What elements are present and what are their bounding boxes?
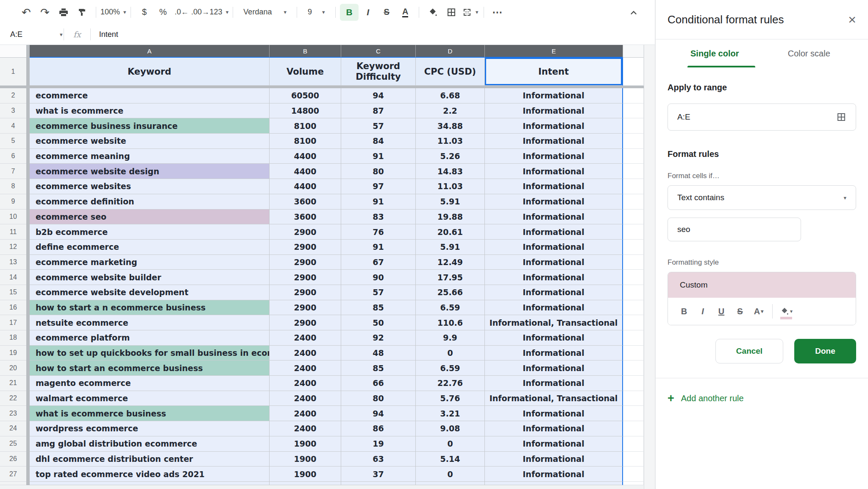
cell-kd[interactable]: 87	[341, 103, 416, 119]
cell-kd[interactable]: 80	[341, 391, 416, 406]
row-number[interactable]: 7	[0, 164, 26, 179]
cell-empty[interactable]	[623, 224, 644, 240]
cell-volume[interactable]: 2900	[270, 255, 341, 270]
cell-cpc[interactable]: 11.03	[416, 179, 485, 194]
cell-empty[interactable]	[623, 360, 644, 376]
cell-volume[interactable]: 2900	[270, 224, 341, 240]
cell-keyword[interactable]: magento ecommerce	[30, 376, 270, 391]
cell-intent[interactable]: Informational	[485, 194, 623, 210]
cell-intent[interactable]: Informational, Transactional	[485, 315, 623, 330]
cell-empty[interactable]	[623, 58, 644, 86]
cell-kd[interactable]: 85	[341, 360, 416, 376]
row-number[interactable]: 13	[0, 255, 26, 270]
cell-empty[interactable]	[623, 164, 644, 179]
cell-keyword[interactable]: b2b ecommerce	[30, 224, 270, 240]
cell-empty[interactable]	[623, 376, 644, 391]
style-bold-button[interactable]: B	[675, 302, 693, 321]
cell-intent[interactable]: Informational	[485, 360, 623, 376]
cell-empty[interactable]	[623, 194, 644, 210]
cell-header-kd[interactable]: Keyword Difficulty	[341, 58, 416, 86]
cell-keyword[interactable]: ecommerce platform	[30, 330, 270, 346]
cell-cpc[interactable]: 17.95	[416, 270, 485, 285]
done-button[interactable]: Done	[794, 339, 856, 363]
row-number[interactable]: 11	[0, 224, 26, 240]
cell-volume[interactable]: 2400	[270, 406, 341, 421]
cell-empty[interactable]	[623, 330, 644, 346]
row-number[interactable]: 2	[0, 88, 26, 103]
cell-cpc[interactable]: 11.03	[416, 134, 485, 149]
cell-kd[interactable]: 63	[341, 452, 416, 467]
cell-volume[interactable]: 2900	[270, 285, 341, 300]
cell-volume[interactable]: 1900	[270, 436, 341, 452]
cell-cpc[interactable]: 6.68	[416, 88, 485, 103]
cell-kd[interactable]: 84	[341, 134, 416, 149]
cell-kd[interactable]: 19	[341, 436, 416, 452]
cancel-button[interactable]: Cancel	[715, 339, 783, 363]
cell-cpc[interactable]: 9.9	[416, 330, 485, 346]
close-icon[interactable]: ×	[848, 13, 856, 26]
cell-intent[interactable]: Informational	[485, 376, 623, 391]
cell-empty[interactable]	[623, 255, 644, 270]
cell-volume[interactable]: 14800	[270, 103, 341, 119]
cell-keyword[interactable]: ecommerce website	[30, 134, 270, 149]
cell-keyword[interactable]: amg global distribution ecommerce	[30, 436, 270, 452]
font-select[interactable]: Verdana ▾	[237, 4, 292, 21]
cell-kd[interactable]: 92	[341, 330, 416, 346]
cell-volume[interactable]: 2900	[270, 270, 341, 285]
cell-kd[interactable]: 66	[341, 376, 416, 391]
cell-keyword[interactable]: how to set up quickbooks for small busin…	[30, 346, 270, 361]
row-number[interactable]: 19	[0, 346, 26, 361]
row-number[interactable]: 18	[0, 330, 26, 346]
cell-intent[interactable]: Informational	[485, 179, 623, 194]
cell-cpc[interactable]: 20.61	[416, 224, 485, 240]
cell-keyword[interactable]: how to start a n ecommerce business	[30, 300, 270, 316]
row-number[interactable]: 17	[0, 315, 26, 330]
cell-cpc[interactable]: 3.21	[416, 406, 485, 421]
cell-volume[interactable]: 3600	[270, 194, 341, 210]
cell-keyword[interactable]: define ecommerce	[30, 240, 270, 255]
paint-format-button[interactable]	[73, 4, 92, 21]
cell-keyword[interactable]: ecommerce website design	[30, 164, 270, 179]
cell-cpc[interactable]: 14.83	[416, 164, 485, 179]
cell-kd[interactable]: 91	[341, 240, 416, 255]
cell-intent[interactable]: Informational	[485, 149, 623, 164]
column-header-partial[interactable]	[623, 45, 644, 58]
cell-empty[interactable]	[623, 134, 644, 149]
cell-intent[interactable]: Informational	[485, 300, 623, 316]
formula-input[interactable]: Intent	[99, 30, 118, 39]
collapse-toolbar-button[interactable]	[624, 4, 643, 21]
cell-intent[interactable]: Informational	[485, 164, 623, 179]
cell-cpc[interactable]: 22.76	[416, 376, 485, 391]
cell-empty[interactable]	[623, 179, 644, 194]
column-header-b[interactable]: B	[270, 45, 341, 58]
cell-intent[interactable]: Informational	[485, 240, 623, 255]
cell-volume[interactable]: 2400	[270, 360, 341, 376]
cell-keyword[interactable]: ecommerce website development	[30, 285, 270, 300]
cell-cpc[interactable]: 5.14	[416, 452, 485, 467]
row-number[interactable]: 25	[0, 436, 26, 452]
cell-kd[interactable]: 48	[341, 346, 416, 361]
add-another-rule-button[interactable]: + Add another rule	[668, 393, 856, 404]
row-number[interactable]: 10	[0, 210, 26, 225]
style-fill-color-button[interactable]: ▾	[777, 302, 796, 321]
cell-kd[interactable]: 85	[341, 300, 416, 316]
increase-decimal-button[interactable]: .00→	[191, 4, 210, 21]
cell-cpc[interactable]: 110.6	[416, 315, 485, 330]
fill-color-button[interactable]	[423, 4, 442, 21]
redo-button[interactable]: ↷	[36, 4, 54, 21]
row-number[interactable]: 26	[0, 452, 26, 467]
column-header-a[interactable]: A	[30, 45, 270, 58]
cell-volume[interactable]: 60500	[270, 88, 341, 103]
cell-intent[interactable]: Informational	[485, 134, 623, 149]
cell-intent[interactable]: Informational	[485, 452, 623, 467]
cell-keyword[interactable]: ecommerce seo	[30, 210, 270, 225]
cell-keyword[interactable]: ecommerce business insurance	[30, 118, 270, 134]
row-number[interactable]: 27	[0, 467, 26, 482]
cell-cpc[interactable]: 0	[416, 467, 485, 482]
cell-cpc[interactable]: 19.88	[416, 210, 485, 225]
cell-volume[interactable]: 3600	[270, 210, 341, 225]
cell-intent[interactable]: Informational	[485, 421, 623, 436]
cell-header-volume[interactable]: Volume	[270, 58, 341, 86]
cell-intent[interactable]: Informational	[485, 346, 623, 361]
cell-header-keyword[interactable]: Keyword	[30, 58, 270, 86]
